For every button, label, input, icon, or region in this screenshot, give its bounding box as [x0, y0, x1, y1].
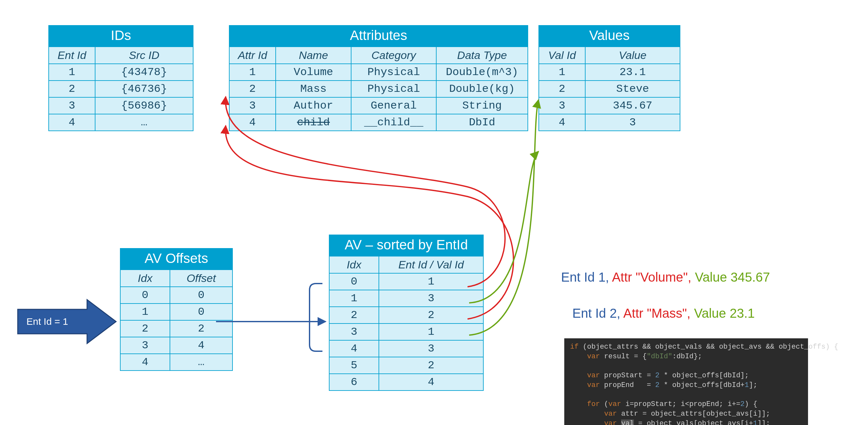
attr-cell: 2: [229, 80, 276, 97]
off-cell: 2: [120, 320, 170, 337]
ids-table: IDs Ent Id Src ID 1{43478} 2{46736} 3{56…: [49, 25, 193, 131]
ids-cell: 3: [49, 97, 95, 114]
code-text: [570, 400, 587, 408]
code-text: ]];: [757, 420, 770, 425]
code-text: :dbId};: [672, 353, 702, 361]
code-text: = object_vals[object_avs[i+: [634, 420, 753, 425]
code-num: 1: [753, 420, 757, 425]
code-kw: var: [587, 353, 600, 361]
val-col-id: Val Id: [539, 47, 585, 64]
av-cell: 1: [379, 273, 483, 290]
av-title: AV – sorted by EntId: [329, 235, 483, 256]
av-cell: 3: [379, 290, 483, 307]
ids-cell: 1: [49, 64, 95, 80]
av-cell: 1: [379, 324, 483, 340]
val-cell: 3: [585, 114, 680, 131]
val-cell: 23.1: [585, 64, 680, 80]
result1-val: Value 345.67: [695, 270, 770, 284]
av-cell: 2: [379, 357, 483, 374]
code-kw: var: [604, 410, 617, 418]
result-line-2: Ent Id 2, Attr "Mass", Value 23.1: [572, 306, 755, 321]
ids-col-srcid: Src ID: [95, 47, 193, 64]
av-cell: 4: [329, 340, 379, 357]
val-cell: Steve: [585, 80, 680, 97]
av-col-idx: Idx: [329, 256, 379, 273]
code-text: [617, 420, 621, 425]
code-text: ];: [749, 381, 757, 389]
off-cell: …: [170, 354, 232, 370]
values-title: Values: [539, 26, 680, 47]
code-text: * object_offs[dbId+: [659, 381, 745, 389]
result1-attr: Attr "Volume",: [612, 270, 691, 284]
code-kw: var: [604, 420, 617, 425]
code-kw: for: [587, 400, 600, 408]
off-cell: 3: [120, 337, 170, 354]
attr-col-name: Name: [276, 47, 351, 64]
result2-attr: Attr "Mass",: [623, 306, 690, 320]
val-cell: 4: [539, 114, 585, 131]
val-col-val: Value: [585, 47, 680, 64]
code-text: attr = object_attrs[object_avs[i]];: [617, 410, 770, 418]
ids-cell: {46736}: [95, 80, 193, 97]
off-col-idx: Idx: [120, 270, 170, 287]
av-sorted-table: AV – sorted by EntId Idx Ent Id / Val Id…: [329, 235, 484, 391]
off-cell: 0: [120, 287, 170, 303]
val-cell: 345.67: [585, 97, 680, 114]
ids-cell: 4: [49, 114, 95, 131]
attr-col-type: Data Type: [436, 47, 528, 64]
code-text: (object_attrs && object_vals && object_a…: [579, 343, 838, 351]
off-col-off: Offset: [170, 270, 232, 287]
off-cell: 2: [170, 320, 232, 337]
av-offsets-table: AV Offsets Idx Offset 00 10 22 34 4…: [120, 248, 233, 371]
attr-cell: Double(m^3): [436, 64, 528, 80]
attr-cell: 4: [229, 114, 276, 131]
attr-cell: 1: [229, 64, 276, 80]
result-line-1: Ent Id 1, Attr "Volume", Value 345.67: [561, 270, 770, 285]
code-kw: var: [609, 400, 621, 408]
off-cell: 4: [170, 337, 232, 354]
attr-cell: String: [436, 97, 528, 114]
attr-col-cat: Category: [351, 47, 436, 64]
attr-cell: 3: [229, 97, 276, 114]
ids-cell: 2: [49, 80, 95, 97]
code-text: [570, 353, 587, 361]
ids-title: IDs: [49, 26, 193, 47]
code-num: 1: [745, 381, 749, 389]
attr-cell: __child__: [351, 114, 436, 131]
code-text: propStart =: [600, 371, 655, 380]
attr-cell: DbId: [436, 114, 528, 131]
attr-cell: Mass: [276, 80, 351, 97]
code-text: propEnd =: [600, 381, 655, 389]
attr-cell: Physical: [351, 80, 436, 97]
code-text: [570, 410, 604, 418]
code-kw: if: [570, 343, 579, 351]
code-snippet: if (object_attrs && object_vals && objec…: [564, 338, 808, 425]
av-cell: 3: [379, 340, 483, 357]
code-text: [570, 381, 587, 389]
off-cell: 4: [120, 354, 170, 370]
code-hl: val: [621, 420, 634, 425]
code-text: [570, 371, 587, 380]
result2-ent: Ent Id 2,: [572, 306, 620, 320]
code-num: 2: [740, 400, 745, 408]
code-str: "dbId": [647, 353, 672, 361]
code-text: ) {: [745, 400, 757, 408]
values-table: Values Val Id Value 123.1 2Steve 3345.67…: [538, 25, 680, 131]
ids-cell: {56986}: [95, 97, 193, 114]
attr-col-id: Attr Id: [229, 47, 276, 64]
attr-cell: Author: [276, 97, 351, 114]
av-cell: 2: [379, 307, 483, 324]
attr-cell: Volume: [276, 64, 351, 80]
code-num: 2: [655, 381, 659, 389]
val-cell: 2: [539, 80, 585, 97]
av-cell: 5: [329, 357, 379, 374]
av-col-val: Ent Id / Val Id: [379, 256, 483, 273]
av-cell: 6: [329, 374, 379, 391]
attr-cell: General: [351, 97, 436, 114]
off-cell: 1: [120, 303, 170, 320]
code-kw: var: [587, 381, 600, 389]
result1-ent: Ent Id 1,: [561, 270, 609, 284]
ids-cell: …: [95, 114, 193, 131]
av-cell: 0: [329, 273, 379, 290]
attr-cell: child: [276, 114, 351, 131]
